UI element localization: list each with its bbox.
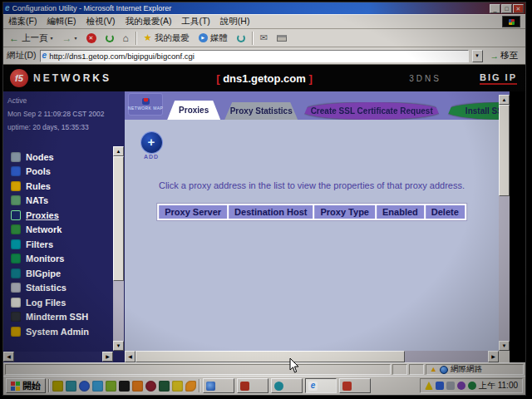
back-button[interactable]: ← 上一頁 ▾ xyxy=(7,32,56,45)
quick-launch-icon[interactable] xyxy=(119,381,130,392)
warning-icon: ▲ xyxy=(430,366,437,373)
taskbar-window-button[interactable] xyxy=(203,378,234,393)
tray-icon[interactable] xyxy=(446,382,455,390)
network-icon xyxy=(11,224,21,234)
quick-launch-icon[interactable] xyxy=(185,381,196,392)
link-bigip[interactable]: BIG IP xyxy=(480,72,517,85)
sidebar-item-system-admin[interactable]: System Admin xyxy=(11,324,89,339)
menu-help[interactable]: 說明(H) xyxy=(220,16,250,27)
app-icon xyxy=(274,382,283,391)
taskbar-window-button[interactable] xyxy=(339,378,371,393)
proxies-icon xyxy=(11,210,21,220)
forward-dropdown-icon[interactable]: ▾ xyxy=(75,35,77,41)
sidebar-nav: Nodes Pools Rules NATs Proxies Network F… xyxy=(11,150,89,339)
quick-launch-icon[interactable] xyxy=(66,381,76,392)
tray-icon[interactable] xyxy=(436,382,444,390)
scrollbar-thumb[interactable] xyxy=(135,351,405,362)
add-proxy[interactable]: + ADD xyxy=(138,132,165,160)
taskbar-window-button[interactable] xyxy=(237,378,268,393)
scroll-up-button[interactable]: ▲ xyxy=(113,146,124,156)
quick-launch-icon[interactable] xyxy=(145,381,156,392)
minimize-button[interactable]: _ xyxy=(490,4,500,13)
quick-launch-icon[interactable] xyxy=(92,381,103,392)
scroll-right-button[interactable]: ▶ xyxy=(102,352,113,362)
forward-button[interactable]: → ▾ xyxy=(60,32,80,45)
history-button[interactable] xyxy=(234,33,248,43)
sidebar-item-nats[interactable]: NATs xyxy=(11,194,89,209)
menu-view[interactable]: 檢視(V) xyxy=(86,16,115,27)
scrollbar-thumb[interactable] xyxy=(113,156,124,281)
taskbar-divider xyxy=(48,379,50,392)
scroll-left-button[interactable]: ◀ xyxy=(3,352,14,362)
add-icon[interactable]: + xyxy=(141,132,162,153)
tab-proxy-statistics[interactable]: Proxy Statistics xyxy=(224,102,298,120)
toolbar-separator xyxy=(135,32,137,45)
sidebar-item-proxies[interactable]: Proxies xyxy=(11,208,89,223)
address-url[interactable]: http://dns1.getop.com/bigipgui/bigconf.c… xyxy=(49,52,195,61)
tab-create-ssl-certificate-request[interactable]: Create SSL Certificate Request xyxy=(302,102,441,120)
taskbar-window-button[interactable] xyxy=(271,378,303,393)
sidebar-item-nodes[interactable]: Nodes xyxy=(11,150,89,165)
security-zone-panel: ▲ 網際網路 xyxy=(426,364,524,375)
quick-launch-icon[interactable] xyxy=(132,381,143,392)
page-icon: e xyxy=(42,52,47,60)
sidebar-item-monitors[interactable]: Monitors xyxy=(11,252,89,267)
menu-tools[interactable]: 工具(T) xyxy=(181,16,209,27)
link-3dns[interactable]: 3DNS xyxy=(409,74,441,83)
instruction-text: Click a proxy address in the list to vie… xyxy=(125,180,499,190)
quick-launch-icon[interactable] xyxy=(79,381,90,392)
back-label: 上一頁 xyxy=(22,32,48,44)
sidebar-item-network[interactable]: Network xyxy=(11,223,89,238)
home-button[interactable]: ⌂ xyxy=(121,32,131,45)
favorites-button[interactable]: ★ 我的最愛 xyxy=(141,32,192,45)
add-label: ADD xyxy=(138,154,165,160)
stop-button[interactable]: ✕ xyxy=(84,32,99,44)
address-input[interactable]: e http://dns1.getop.com/bigipgui/bigconf… xyxy=(40,50,469,62)
sidebar-item-filters[interactable]: Filters xyxy=(11,237,89,252)
mail-button[interactable]: ✉ xyxy=(258,32,270,44)
address-dropdown-button[interactable]: ▼ xyxy=(472,50,483,62)
scroll-down-button[interactable]: ▼ xyxy=(499,341,510,351)
ie-app-icon: e xyxy=(308,382,318,391)
system-admin-icon xyxy=(11,327,21,337)
sidebar-item-log-files[interactable]: Log Files xyxy=(11,295,89,310)
frame-horizontal-scrollbar: ◀ ▶ xyxy=(125,351,499,362)
refresh-button[interactable] xyxy=(103,33,116,43)
zone-label: 網際網路 xyxy=(451,364,482,375)
scroll-left-button[interactable]: ◀ xyxy=(125,351,135,362)
column-proxy-server: Proxy Server xyxy=(159,205,227,219)
back-dropdown-icon[interactable]: ▾ xyxy=(51,35,53,41)
scroll-up-button[interactable]: ▲ xyxy=(499,95,510,105)
sidebar-item-rules[interactable]: Rules xyxy=(11,179,89,194)
tray-icon[interactable] xyxy=(468,382,476,390)
media-icon: ▶ xyxy=(199,33,208,42)
quick-launch-icon[interactable] xyxy=(159,381,170,392)
menu-edit[interactable]: 編輯(E) xyxy=(47,16,76,27)
sidebar-item-pools[interactable]: Pools xyxy=(11,165,89,180)
tray-icon[interactable] xyxy=(457,382,466,390)
quick-launch-icon[interactable] xyxy=(106,381,116,392)
media-button[interactable]: ▶ 媒體 xyxy=(196,32,230,45)
scrollbar-thumb[interactable] xyxy=(499,105,510,196)
sidebar-item-bigpipe[interactable]: BIGpipe xyxy=(11,266,89,281)
go-button[interactable]: → 移至 xyxy=(486,49,523,62)
close-button[interactable]: ✕ xyxy=(513,4,524,13)
taskbar-window-button-active[interactable]: e xyxy=(305,378,337,393)
scroll-right-button[interactable]: ▶ xyxy=(488,351,499,362)
maximize-button[interactable]: □ xyxy=(501,4,512,13)
print-button[interactable] xyxy=(274,34,289,42)
menu-file[interactable]: 檔案(F) xyxy=(8,16,37,27)
start-button[interactable]: 開始 xyxy=(6,378,46,393)
scroll-down-button[interactable]: ▼ xyxy=(113,341,124,351)
quick-launch-icon[interactable] xyxy=(172,381,183,392)
print-icon xyxy=(277,35,287,42)
sidebar-item-statistics[interactable]: Statistics xyxy=(11,281,89,296)
nats-icon xyxy=(11,195,21,205)
address-label: 網址(D) xyxy=(7,50,37,62)
menu-favorites[interactable]: 我的最愛(A) xyxy=(125,16,171,27)
sidebar-item-mindterm-ssh[interactable]: Mindterm SSH xyxy=(11,310,89,325)
tray-icon[interactable] xyxy=(425,382,433,390)
network-map-button[interactable]: NETWORK MAP xyxy=(128,93,163,116)
tab-proxies[interactable]: Proxies xyxy=(167,101,220,120)
quick-launch-icon[interactable] xyxy=(52,381,63,392)
